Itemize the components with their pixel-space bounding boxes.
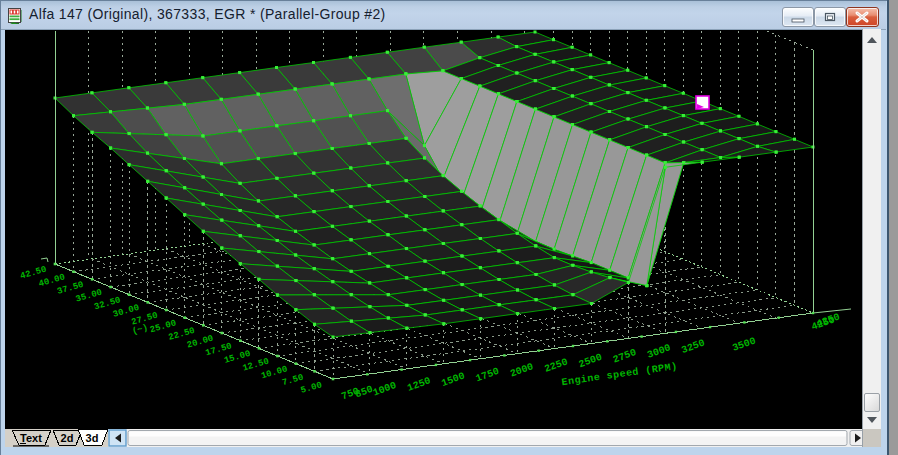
svg-text:3d: 3d (86, 432, 99, 444)
svg-text:2750: 2750 (612, 347, 638, 366)
svg-text:1500: 1500 (440, 370, 466, 389)
svg-text:2000: 2000 (509, 361, 535, 380)
svg-text:3000: 3000 (646, 342, 672, 361)
svg-text:4250: 4250 (810, 314, 836, 333)
svg-text:3500: 3500 (731, 335, 757, 354)
svg-text:3250: 3250 (680, 337, 706, 356)
svg-text:2250: 2250 (543, 356, 569, 375)
svg-text:Text: Text (20, 432, 42, 444)
svg-text:1250: 1250 (406, 375, 432, 394)
svg-text:1000: 1000 (372, 380, 398, 399)
svg-text:2500: 2500 (577, 352, 603, 371)
svg-text:1750: 1750 (474, 366, 500, 385)
svg-text:2d: 2d (61, 432, 74, 444)
